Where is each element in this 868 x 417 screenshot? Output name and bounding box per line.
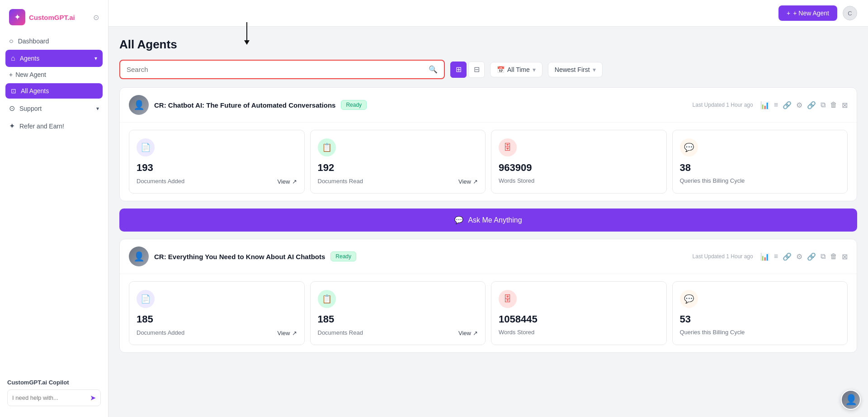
external-link-icon: ↗: [292, 330, 297, 336]
agent-card-2: 👤 CR: Everything You Need to Know About …: [119, 239, 857, 353]
stats-icon[interactable]: 📊: [760, 252, 769, 261]
link-icon[interactable]: 🔗: [783, 101, 792, 109]
time-filter-button[interactable]: 📅 All Time ▾: [490, 62, 542, 77]
arrow-indicator: [244, 22, 250, 45]
folder-icon: ⊡: [11, 87, 16, 95]
star-icon: ✦: [9, 122, 15, 130]
stat-number: 38: [680, 162, 840, 174]
bottom-user-avatar[interactable]: 👤: [841, 390, 861, 410]
agents-icon: ⌂: [11, 54, 15, 62]
doc-icon[interactable]: ≡: [774, 101, 778, 109]
stat-number: 193: [137, 162, 297, 174]
copilot-input[interactable]: [12, 394, 90, 401]
plus-icon: +: [787, 9, 790, 17]
docs-added-icon-2: 📄: [137, 290, 155, 308]
sidebar-item-support[interactable]: ⊙ Support ▾: [0, 100, 108, 117]
words-icon-2: 🗄: [499, 290, 517, 308]
sort-filter-button[interactable]: Newest First ▾: [548, 62, 603, 77]
view-link[interactable]: View ↗: [458, 178, 478, 185]
stat-card-queries-2: 💬 53 Queries this Billing Cycle: [672, 281, 848, 345]
view-link[interactable]: View ↗: [278, 178, 297, 185]
stat-label: Words Stored: [499, 329, 659, 336]
stat-card-docs-added-2: 📄 185 Documents Added View ↗: [129, 281, 305, 345]
view-link-2[interactable]: View ↗: [278, 330, 297, 336]
copilot-section: CustomGPT.ai Copilot ➤: [0, 372, 108, 410]
stats-icon[interactable]: 📊: [760, 101, 769, 109]
dashboard-icon: ○: [9, 37, 14, 45]
ask-me-anything-bar[interactable]: 💬 Ask Me Anything: [119, 208, 857, 232]
logo-text: CustomGPT.ai: [29, 14, 75, 21]
sidebar-item-label: Refer and Earn!: [19, 123, 64, 130]
sort-filter-label: Newest First: [555, 66, 590, 73]
logo-area: ✦ CustomGPT.ai ⊙: [0, 7, 108, 33]
search-box: 🔍: [119, 60, 445, 79]
topbar: + + New Agent C: [108, 0, 868, 27]
search-input[interactable]: [127, 66, 425, 73]
share-icon[interactable]: 🔗: [807, 101, 816, 109]
sidebar-item-label: Agents: [20, 55, 40, 62]
sidebar-nav: ○ Dashboard ⌂ Agents ▾ + New Agent ⊡ All…: [0, 33, 108, 372]
stat-number: 963909: [499, 162, 659, 174]
sidebar-item-all-agents[interactable]: ⊡ All Agents: [5, 83, 103, 99]
stat-label: Documents Added: [137, 329, 184, 336]
external-link-icon: ↗: [473, 178, 478, 185]
stat-card-words: 🗄 963909 Words Stored: [491, 130, 667, 194]
agent-avatar: 👤: [129, 95, 149, 115]
sidebar-item-agents[interactable]: ⌂ Agents ▾: [5, 50, 103, 67]
stats-grid-2: 📄 185 Documents Added View ↗ 📋 185 Docu: [120, 274, 857, 352]
stat-number: 185: [137, 313, 297, 325]
agent-actions: 📊 ≡ 🔗 ⚙ 🔗 ⧉ 🗑 ⊠: [760, 101, 848, 109]
ask-bar-label: Ask Me Anything: [468, 216, 522, 224]
sidebar-item-label: Dashboard: [18, 38, 49, 45]
delete-icon[interactable]: 🗑: [830, 252, 837, 261]
status-badge: Ready: [341, 100, 367, 110]
sidebar-item-label: All Agents: [21, 87, 49, 95]
delete-icon[interactable]: 🗑: [830, 101, 837, 109]
stat-card-docs-read-2: 📋 185 Documents Read View ↗: [310, 281, 486, 345]
stat-label: Documents Read: [318, 329, 363, 336]
user-avatar[interactable]: C: [843, 6, 857, 20]
external-link-icon: ↗: [292, 178, 297, 185]
agent-actions-2: 📊 ≡ 🔗 ⚙ 🔗 ⧉ 🗑 ⊠: [760, 252, 848, 261]
external-link-icon: ↗: [473, 330, 478, 336]
share-icon[interactable]: 🔗: [807, 252, 816, 261]
stat-label: Queries this Billing Cycle: [680, 177, 840, 184]
settings-icon[interactable]: ⚙: [796, 252, 802, 261]
agent-header: 👤 CR: Chatbot AI: The Future of Automate…: [120, 88, 857, 123]
list-view-button[interactable]: ⊞: [450, 62, 467, 78]
chevron-down-icon: ▾: [533, 66, 536, 73]
doc-icon[interactable]: ≡: [774, 252, 778, 261]
link-icon[interactable]: 🔗: [783, 252, 792, 261]
sidebar-item-refer[interactable]: ✦ Refer and Earn!: [0, 117, 108, 135]
stat-number: 192: [318, 162, 478, 174]
copy-icon[interactable]: ⧉: [821, 252, 826, 261]
stat-label: Queries this Billing Cycle: [680, 329, 840, 336]
sidebar: ✦ CustomGPT.ai ⊙ ○ Dashboard ⌂ Agents ▾ …: [0, 0, 108, 417]
stat-card-docs-added: 📄 193 Documents Added View ↗: [129, 130, 305, 194]
agent-meta: Last Updated 1 Hour ago 📊 ≡ 🔗 ⚙ 🔗 ⧉ 🗑 ⊠: [693, 101, 848, 109]
stat-number: 1058445: [499, 313, 659, 325]
archive-icon[interactable]: ⊠: [842, 101, 848, 109]
stat-card-queries: 💬 38 Queries this Billing Cycle: [672, 130, 848, 194]
plus-icon: +: [9, 71, 13, 78]
time-filter-label: All Time: [507, 66, 530, 73]
grid-view-button[interactable]: ⊟: [468, 62, 485, 78]
main-content: + + New Agent C All Agents 🔍 ⊞ ⊟ 📅: [108, 0, 868, 417]
stat-number: 185: [318, 313, 478, 325]
archive-icon[interactable]: ⊠: [842, 252, 848, 261]
stat-label: Words Stored: [499, 177, 659, 184]
clock-icon[interactable]: ⊙: [93, 13, 99, 22]
settings-icon[interactable]: ⚙: [796, 101, 802, 109]
sidebar-item-new-agent[interactable]: + New Agent: [0, 67, 108, 82]
agent-card: 👤 CR: Chatbot AI: The Future of Automate…: [119, 87, 857, 201]
new-agent-button[interactable]: + + New Agent: [778, 5, 837, 21]
view-link-3[interactable]: View ↗: [458, 330, 478, 336]
support-icon: ⊙: [9, 104, 15, 113]
sidebar-item-dashboard[interactable]: ○ Dashboard: [0, 33, 108, 50]
stat-card-docs-read: 📋 192 Documents Read View ↗: [310, 130, 486, 194]
status-badge-2: Ready: [330, 251, 356, 261]
sidebar-item-label: Support: [19, 105, 42, 112]
copy-icon[interactable]: ⧉: [821, 101, 826, 109]
send-icon[interactable]: ➤: [90, 393, 96, 402]
chevron-down-icon: ▾: [593, 66, 596, 73]
